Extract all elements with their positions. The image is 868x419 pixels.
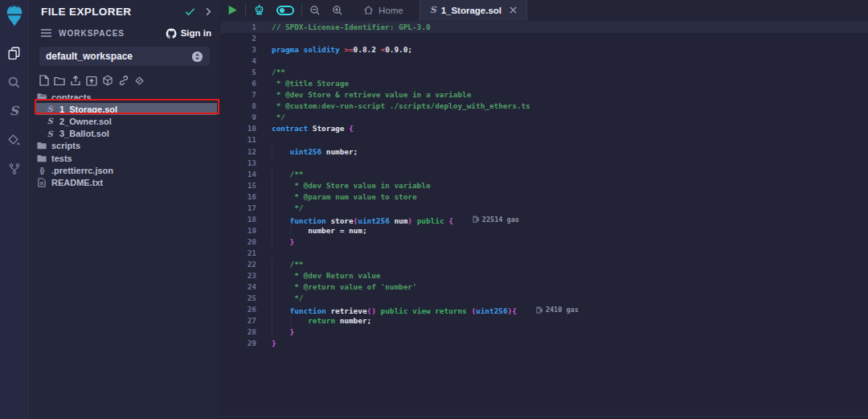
chevron-right-icon[interactable] <box>205 7 211 16</box>
line-number: 12 <box>220 146 256 158</box>
workspaces-row: WORKSPACES Sign in <box>30 25 219 41</box>
tree-item-label: 3_Ballot.sol <box>59 129 109 138</box>
line-number: 1 <box>220 22 256 33</box>
code-text: */ <box>272 293 304 304</box>
gas-pump-icon <box>536 306 542 314</box>
hamburger-icon[interactable] <box>41 26 51 40</box>
code-line-25[interactable]: 25 */ <box>220 293 868 304</box>
line-number: 24 <box>220 281 256 293</box>
tree-item--prettierrc-json[interactable]: { }.prettierrc.json <box>36 164 217 176</box>
activity-bar: S <box>0 0 29 419</box>
solidity-icon: S <box>44 105 55 113</box>
workspace-selected-value: default_workspace <box>46 51 191 62</box>
code-editor[interactable]: 1// SPDX-License-Identifier: GPL-3.023pr… <box>220 22 868 416</box>
remix-logo[interactable] <box>4 3 25 27</box>
code-text: return number; <box>272 315 371 327</box>
upload-folder-icon[interactable] <box>86 76 97 86</box>
tree-item-3-ballot-sol[interactable]: S3_Ballot.sol <box>36 128 217 140</box>
folder-icon <box>36 142 47 150</box>
tree-item-1-storage-sol[interactable]: S1_Storage.sol <box>36 103 217 115</box>
zoom-in-icon[interactable] <box>326 0 349 20</box>
line-number: 11 <box>220 134 256 146</box>
line-number: 20 <box>220 236 256 248</box>
file-explorer-icon[interactable] <box>0 39 29 68</box>
zoom-out-icon[interactable] <box>304 0 326 20</box>
code-line-10[interactable]: 10contract Storage { <box>220 123 868 134</box>
line-number: 29 <box>220 338 256 349</box>
code-text: number = num; <box>272 225 367 236</box>
tree-item-scripts[interactable]: scripts <box>36 140 217 152</box>
code-line-15[interactable]: 15 * @dev Store value in variable <box>220 180 868 191</box>
line-number: 17 <box>220 203 256 214</box>
sign-in-label: Sign in <box>181 28 211 38</box>
code-line-21[interactable]: 21 <box>220 248 868 259</box>
code-line-14[interactable]: 14 /** <box>220 169 868 180</box>
code-line-24[interactable]: 24 * @return value of 'number' <box>220 281 868 293</box>
code-line-18[interactable]: 18 function store(uint256 num) public {2… <box>220 214 868 225</box>
code-line-3[interactable]: 3pragma solidity >=0.8.2 <0.9.0; <box>220 44 868 55</box>
tree-item-contracts[interactable]: contracts <box>36 91 217 103</box>
line-number: 7 <box>220 89 256 101</box>
tab-home[interactable]: Home <box>354 0 413 20</box>
toggle-switch[interactable] <box>271 0 300 20</box>
line-number: 26 <box>220 304 256 315</box>
sign-in-button[interactable]: Sign in <box>166 28 211 39</box>
code-line-16[interactable]: 16 * @param num value to store <box>220 191 868 203</box>
line-number: 15 <box>220 180 256 191</box>
tree-item-readme-txt[interactable]: README.txt <box>36 176 217 188</box>
code-line-29[interactable]: 29} <box>220 338 868 349</box>
check-icon[interactable] <box>185 7 195 16</box>
file-explorer-header: FILE EXPLORER <box>30 0 219 23</box>
tree-item-tests[interactable]: tests <box>36 152 217 164</box>
tab-file-label: 1_Storage.sol <box>441 6 502 15</box>
search-icon[interactable] <box>0 68 29 97</box>
diamond-icon[interactable] <box>134 76 145 86</box>
tree-item-2-owner-sol[interactable]: S2_Owner.sol <box>36 115 217 127</box>
tree-item-label: tests <box>51 154 72 163</box>
code-line-1[interactable]: 1// SPDX-License-Identifier: GPL-3.0 <box>220 22 868 33</box>
code-line-22[interactable]: 22 /** <box>220 259 868 270</box>
code-text: contract Storage { <box>272 123 354 134</box>
git-icon[interactable] <box>0 154 29 183</box>
code-line-8[interactable]: 8 * @custom:dev-run-script ./scripts/dep… <box>220 101 868 112</box>
solidity-icon: S <box>44 117 55 125</box>
line-number: 16 <box>220 191 256 203</box>
gas-estimate-hint: 22514 gas <box>473 214 519 225</box>
upload-file-icon[interactable] <box>70 75 81 86</box>
solidity-icon: S <box>430 5 436 15</box>
code-line-11[interactable]: 11 <box>220 134 868 146</box>
cube-icon[interactable] <box>102 75 113 86</box>
code-line-17[interactable]: 17 */ <box>220 203 868 214</box>
close-icon[interactable] <box>510 6 517 14</box>
play-icon[interactable] <box>220 0 244 20</box>
solidity-compiler-icon[interactable]: S <box>0 97 29 125</box>
new-folder-icon[interactable] <box>54 76 65 86</box>
code-line-4[interactable]: 4 <box>220 55 868 67</box>
code-line-6[interactable]: 6 * @title Storage <box>220 78 868 89</box>
line-number: 18 <box>220 214 256 225</box>
code-line-12[interactable]: 12 uint256 number; <box>220 146 868 158</box>
code-text: } <box>272 327 294 338</box>
code-line-5[interactable]: 5/** <box>220 67 868 78</box>
link-icon[interactable] <box>118 75 129 86</box>
line-number: 21 <box>220 248 256 259</box>
code-line-13[interactable]: 13 <box>220 158 868 169</box>
code-line-28[interactable]: 28 } <box>220 327 868 338</box>
code-line-19[interactable]: 19 number = num; <box>220 225 868 236</box>
line-number: 4 <box>220 55 256 67</box>
ai-assistant-icon[interactable] <box>248 0 271 20</box>
code-text: function store(uint256 num) public {2251… <box>272 214 519 225</box>
code-line-23[interactable]: 23 * @dev Return value <box>220 270 868 281</box>
code-line-27[interactable]: 27 return number; <box>220 315 868 327</box>
tree-item-label: contracts <box>51 92 92 102</box>
tab-1-storage-sol[interactable]: S 1_Storage.sol <box>420 0 527 20</box>
new-file-icon[interactable] <box>39 75 49 86</box>
code-line-26[interactable]: 26 function retrieve() public view retur… <box>220 304 868 315</box>
code-line-7[interactable]: 7 * @dev Store & retrieve value in a var… <box>220 89 868 101</box>
code-line-9[interactable]: 9 */ <box>220 112 868 123</box>
deploy-run-icon[interactable] <box>0 125 29 154</box>
code-text: * @return value of 'number' <box>272 281 417 293</box>
code-line-2[interactable]: 2 <box>220 33 868 44</box>
workspace-select[interactable]: default_workspace <box>39 47 210 66</box>
code-line-20[interactable]: 20 } <box>220 236 868 248</box>
